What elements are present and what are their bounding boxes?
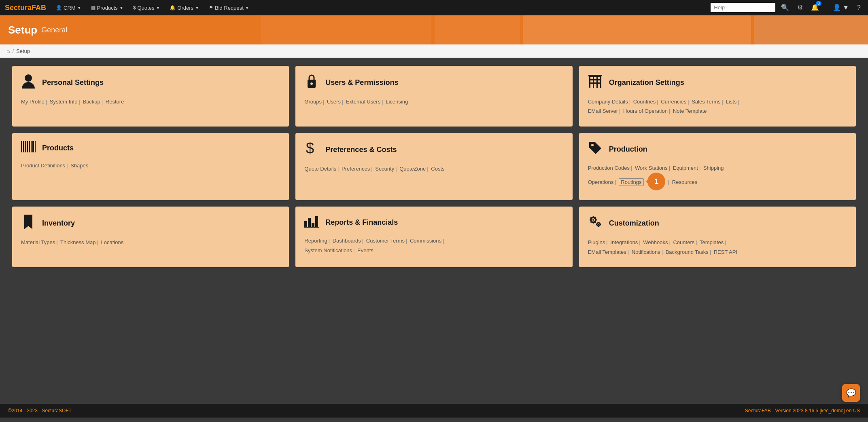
svg-rect-17 <box>27 141 28 152</box>
link-email-templates[interactable]: EMail Templates <box>588 249 626 255</box>
link-preferences[interactable]: Preferences <box>342 166 370 172</box>
link-operations[interactable]: Operations <box>588 179 614 185</box>
link-commissions[interactable]: Commissions <box>410 238 441 244</box>
link-material-types[interactable]: Material Types <box>21 239 55 245</box>
svg-rect-27 <box>315 216 318 228</box>
nav-quotes[interactable]: $ Quotes ▼ <box>129 2 164 13</box>
card-links: Reporting| Dashboards| Customer Terms| C… <box>304 236 563 255</box>
card-links: Company Details| Countries| Currencies| … <box>588 97 847 116</box>
search-icon-button[interactable]: 🔍 <box>779 2 792 13</box>
nav-products[interactable]: ▦ Products ▼ <box>87 2 127 13</box>
card-title: Production <box>609 145 647 154</box>
svg-rect-24 <box>304 221 307 228</box>
link-hours-of-operation[interactable]: Hours of Operation <box>623 108 668 114</box>
nav-orders-label: Orders <box>177 5 193 11</box>
card-production: Production Production Codes| Work Statio… <box>579 133 856 200</box>
breadcrumb-separator: / <box>12 48 14 54</box>
link-background-tasks[interactable]: Background Tasks <box>666 249 709 255</box>
card-links: Quote Details| Preferences| Security| Qu… <box>304 164 563 173</box>
card-title: Organization Settings <box>609 78 684 87</box>
link-system-notifications[interactable]: System Notifications <box>304 247 352 253</box>
footer: ©2014 - 2023 - SecturaSOFT SecturaFAB - … <box>0 404 868 418</box>
svg-rect-15 <box>23 141 24 152</box>
user-menu-button[interactable]: 👤 ▼ <box>830 2 851 13</box>
nav-orders[interactable]: 🔔 Orders ▼ <box>166 2 203 13</box>
help-search-input[interactable] <box>711 3 775 12</box>
brand-logo[interactable]: SecturaFAB <box>5 4 46 12</box>
link-thickness-map[interactable]: Thickness Map <box>60 239 96 245</box>
card-customization: Customization Plugins| Integrations| Web… <box>579 207 856 267</box>
link-groups[interactable]: Groups <box>304 99 322 105</box>
barcode-icon <box>21 141 36 155</box>
link-costs[interactable]: Costs <box>431 166 444 172</box>
link-email-server[interactable]: EMail Server <box>588 108 618 114</box>
card-links: Production Codes| Work Stations| Equipme… <box>588 163 847 190</box>
link-quote-details[interactable]: Quote Details <box>304 166 336 172</box>
link-routings[interactable]: Routings <box>619 178 643 186</box>
link-webhooks[interactable]: Webhooks <box>643 239 668 245</box>
card-preferences-costs: $ Preferences & Costs Quote Details| Pre… <box>295 133 572 200</box>
home-icon[interactable]: ⌂ <box>6 48 10 54</box>
link-system-info[interactable]: System Info <box>50 99 78 105</box>
link-shipping[interactable]: Shipping <box>703 165 724 171</box>
lock-icon <box>304 74 319 91</box>
link-backup[interactable]: Backup <box>83 99 100 105</box>
link-countries[interactable]: Countries <box>633 99 656 105</box>
settings-icon-button[interactable]: ⚙ <box>795 2 805 13</box>
link-restore[interactable]: Restore <box>106 99 124 105</box>
nav-crm-label: CRM <box>64 5 76 11</box>
link-lists[interactable]: Lists <box>726 99 737 105</box>
link-reporting[interactable]: Reporting <box>304 238 327 244</box>
notifications-icon-button[interactable]: 🔔0 <box>809 2 827 13</box>
svg-rect-16 <box>25 141 26 152</box>
link-product-definitions[interactable]: Product Definitions <box>21 162 65 169</box>
link-quotezone[interactable]: QuoteZone <box>399 166 426 172</box>
link-integrations[interactable]: Integrations <box>610 239 638 245</box>
link-shapes[interactable]: Shapes <box>70 162 88 169</box>
link-production-codes[interactable]: Production Codes <box>588 165 630 171</box>
link-locations[interactable]: Locations <box>101 239 124 245</box>
help-icon-button[interactable]: ? <box>855 2 863 13</box>
link-licensing[interactable]: Licensing <box>386 99 408 105</box>
nav-bid-request[interactable]: ⚑ Bid Request ▼ <box>205 2 253 13</box>
svg-rect-7 <box>590 80 593 82</box>
link-rest-api[interactable]: REST API <box>714 249 737 255</box>
annotation-1: 1 <box>647 173 665 190</box>
svg-rect-14 <box>21 141 22 152</box>
banner-decorations <box>261 15 868 44</box>
card-title: Inventory <box>42 219 75 228</box>
card-header: Organization Settings <box>588 74 847 91</box>
link-currencies[interactable]: Currencies <box>661 99 686 105</box>
link-sales-terms[interactable]: Sales Terms <box>692 99 720 105</box>
building-icon <box>588 74 603 91</box>
link-events[interactable]: Events <box>357 247 374 253</box>
nav-crm[interactable]: 👤 CRM ▼ <box>52 2 85 13</box>
link-dashboards[interactable]: Dashboards <box>333 238 361 244</box>
svg-text:$: $ <box>306 141 314 156</box>
card-title: Reports & Financials <box>325 218 398 227</box>
link-templates[interactable]: Templates <box>700 239 724 245</box>
link-note-template[interactable]: Note Template <box>673 108 707 114</box>
link-equipment[interactable]: Equipment <box>673 165 698 171</box>
link-counters[interactable]: Counters <box>673 239 694 245</box>
link-plugins[interactable]: Plugins <box>588 239 605 245</box>
link-my-profile[interactable]: My Profile <box>21 99 45 105</box>
card-inventory: Inventory Material Types| Thickness Map|… <box>12 207 289 267</box>
link-external-users[interactable]: External Users <box>346 99 380 105</box>
card-links: My Profile| System Info| Backup| Restore <box>21 97 280 106</box>
link-work-stations[interactable]: Work Stations <box>635 165 668 171</box>
svg-rect-8 <box>594 80 596 82</box>
card-title: Users & Permissions <box>325 78 398 87</box>
link-security[interactable]: Security <box>375 166 394 172</box>
tag-icon <box>588 141 603 158</box>
notification-badge: 0 <box>816 1 821 6</box>
page-subtitle: General <box>41 26 67 34</box>
svg-rect-18 <box>29 141 30 152</box>
link-customer-terms[interactable]: Customer Terms <box>366 238 405 244</box>
link-notifications[interactable]: Notifications <box>632 249 660 255</box>
link-resources[interactable]: Resources <box>672 179 697 185</box>
link-company-details[interactable]: Company Details <box>588 99 628 105</box>
svg-rect-4 <box>590 77 593 79</box>
chat-button[interactable]: 💬 <box>842 384 860 402</box>
link-users[interactable]: Users <box>327 99 341 105</box>
